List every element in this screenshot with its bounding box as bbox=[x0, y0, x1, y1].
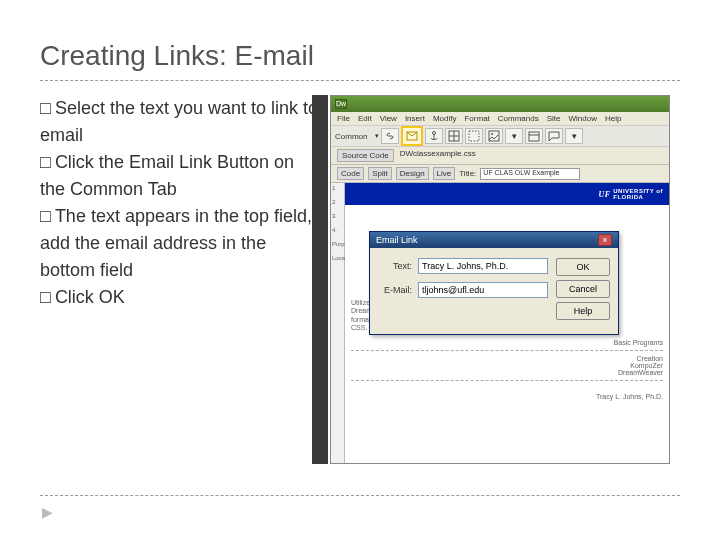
dialog-cancel-button[interactable]: Cancel bbox=[556, 280, 610, 298]
menu-file[interactable]: File bbox=[337, 114, 350, 123]
insert-toolbar: Common▾ ▾ ▾ bbox=[331, 125, 669, 147]
slide-title: Creating Links: E-mail bbox=[40, 40, 680, 72]
dw-titlebar: Dw bbox=[331, 96, 669, 112]
dialog-ok-button[interactable]: OK bbox=[556, 258, 610, 276]
programs-heading: Basic Programs bbox=[351, 339, 663, 346]
email-link-tool-icon[interactable] bbox=[401, 126, 423, 146]
doc-toolbar: Code Split Design Live Title: UF CLAS OL… bbox=[331, 165, 669, 183]
author-text: Tracy L. Johns, Ph.D. bbox=[351, 393, 663, 400]
program-item: Creation bbox=[351, 355, 663, 362]
program-item: DreamWeaver bbox=[351, 369, 663, 376]
bullet-2: Click the Email Link Button on the Commo… bbox=[40, 152, 294, 199]
menu-bar[interactable]: File Edit View Insert Modify Format Comm… bbox=[331, 112, 669, 125]
uf-logo: UF bbox=[598, 190, 610, 199]
email-link-dialog: Email Link × Text: bbox=[369, 231, 619, 335]
media-tool-icon[interactable]: ▾ bbox=[505, 128, 523, 144]
svg-rect-3 bbox=[469, 131, 479, 141]
dialog-help-button[interactable]: Help bbox=[556, 302, 610, 320]
svg-point-5 bbox=[491, 133, 493, 135]
menu-help[interactable]: Help bbox=[605, 114, 621, 123]
more-tool-icon[interactable]: ▾ bbox=[565, 128, 583, 144]
design-view-button[interactable]: Design bbox=[396, 167, 429, 180]
menu-insert[interactable]: Insert bbox=[405, 114, 425, 123]
bullet-1: Select the text you want to link to emai… bbox=[40, 98, 318, 145]
source-code-tab[interactable]: Source Code bbox=[337, 149, 394, 162]
dw-logo-icon: Dw bbox=[335, 99, 347, 109]
live-view-button[interactable]: Live bbox=[433, 167, 456, 180]
anchor-tool-icon[interactable] bbox=[425, 128, 443, 144]
doc-tab-bar: Source Code DWclassexample.css bbox=[331, 147, 669, 165]
menu-format[interactable]: Format bbox=[464, 114, 489, 123]
insert-category[interactable]: Common bbox=[335, 132, 367, 141]
dialog-email-input[interactable] bbox=[418, 282, 548, 298]
sidebar-location: Location bbox=[332, 255, 343, 261]
split-view-button[interactable]: Split bbox=[368, 167, 392, 180]
sidebar-purpose: Purpose bbox=[332, 241, 343, 247]
bullet-list: Select the text you want to link to emai… bbox=[40, 95, 320, 311]
design-canvas[interactable]: UF UNIVERSITY of FLORIDA Email Link × bbox=[345, 183, 669, 463]
panel-gutter bbox=[312, 95, 328, 464]
menu-site[interactable]: Site bbox=[547, 114, 561, 123]
doc-tab[interactable]: DWclassexample.css bbox=[400, 149, 476, 162]
menu-view[interactable]: View bbox=[380, 114, 397, 123]
dialog-email-label: E-Mail: bbox=[378, 285, 412, 295]
uf-header: UF UNIVERSITY of FLORIDA bbox=[345, 183, 669, 205]
title-field-label: Title: bbox=[459, 169, 476, 178]
code-view-button[interactable]: Code bbox=[337, 167, 364, 180]
divider-bottom bbox=[40, 495, 680, 496]
image-tool-icon[interactable] bbox=[485, 128, 503, 144]
dialog-text-label: Text: bbox=[378, 261, 412, 271]
next-slide-arrow-icon[interactable]: ▶ bbox=[42, 504, 53, 520]
menu-edit[interactable]: Edit bbox=[358, 114, 372, 123]
comment-tool-icon[interactable] bbox=[545, 128, 563, 144]
svg-rect-6 bbox=[529, 132, 539, 141]
menu-modify[interactable]: Modify bbox=[433, 114, 457, 123]
menu-window[interactable]: Window bbox=[569, 114, 597, 123]
bullet-4: Click OK bbox=[55, 287, 125, 307]
hyperlink-tool-icon[interactable] bbox=[381, 128, 399, 144]
uf-header-text: UNIVERSITY of FLORIDA bbox=[613, 188, 663, 200]
dialog-text-input[interactable] bbox=[418, 258, 548, 274]
program-item: KompoZer bbox=[351, 362, 663, 369]
bullet-3: The text appears in the top field, add t… bbox=[40, 206, 312, 280]
vertical-ruler: 1. 2. 3. 4. Purpose Location bbox=[331, 183, 345, 463]
dialog-title: Email Link bbox=[376, 235, 418, 245]
table-tool-icon[interactable] bbox=[445, 128, 463, 144]
date-tool-icon[interactable] bbox=[525, 128, 543, 144]
dreamweaver-window: Dw File Edit View Insert Modify Format C… bbox=[330, 95, 670, 464]
div-tool-icon[interactable] bbox=[465, 128, 483, 144]
title-field[interactable]: UF CLAS OLW Example bbox=[480, 168, 580, 180]
dialog-close-icon[interactable]: × bbox=[598, 234, 612, 246]
menu-commands[interactable]: Commands bbox=[498, 114, 539, 123]
divider-top bbox=[40, 80, 680, 81]
